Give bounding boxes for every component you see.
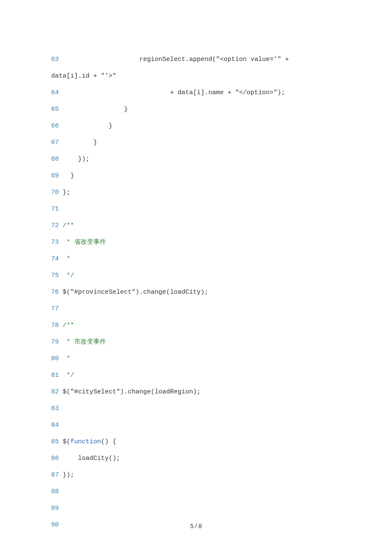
code-line: data[i].id + "'>" — [51, 68, 341, 84]
code-line: 66 } — [51, 118, 341, 134]
code-segment: function — [70, 438, 101, 445]
code-segment: * 市改变事件 — [63, 338, 106, 346]
code-line: 69 } — [51, 168, 341, 184]
code-line: 68 }); — [51, 151, 341, 168]
code-line: 72/** — [51, 217, 341, 234]
code-line: 74 * — [51, 251, 341, 267]
document-page: 63 regionSelect.append("<option value='"… — [0, 0, 392, 555]
code-segment: $("#provinceSelect").change(loadCity); — [63, 289, 208, 296]
code-segment: * — [63, 355, 74, 362]
code-line: 81 */ — [51, 367, 341, 384]
line-number: 80 — [51, 350, 59, 367]
line-number: 69 — [51, 168, 59, 184]
code-segment: () { — [101, 438, 116, 445]
code-segment: } — [63, 122, 112, 130]
code-line: 89 — [51, 500, 341, 517]
line-number: 87 — [51, 467, 59, 483]
code-segment: $( — [63, 438, 70, 445]
line-number: 75 — [51, 267, 59, 284]
code-segment: }; — [63, 189, 70, 196]
line-number: 88 — [51, 483, 59, 500]
line-number: 70 — [51, 184, 59, 201]
code-line: 76$("#provinceSelect").change(loadCity); — [51, 284, 341, 301]
code-segment: }); — [63, 471, 74, 479]
code-block: 63 regionSelect.append("<option value='"… — [51, 51, 341, 533]
code-line: 77 — [51, 301, 341, 317]
code-line: 71 — [51, 201, 341, 217]
code-segment: /** — [63, 322, 74, 329]
code-line: 86 loadCity(); — [51, 450, 341, 467]
line-number: 66 — [51, 118, 59, 134]
line-number: 79 — [51, 334, 59, 350]
line-number: 65 — [51, 101, 59, 118]
line-number: 78 — [51, 317, 59, 334]
code-line: 67 } — [51, 134, 341, 151]
code-line: 80 * — [51, 350, 341, 367]
code-segment: $("#citySelect").change(loadRegion); — [63, 388, 201, 396]
line-number: 63 — [51, 51, 59, 68]
line-number: 72 — [51, 217, 59, 234]
line-number: 73 — [51, 234, 59, 251]
code-line: 88 — [51, 483, 341, 500]
code-line: 64 + data[i].name + "</option>"); — [51, 84, 341, 101]
line-number: 82 — [51, 384, 59, 400]
code-segment: */ — [63, 272, 74, 279]
line-number: 64 — [51, 84, 59, 101]
code-segment: loadCity(); — [63, 455, 120, 462]
code-line: 82$("#citySelect").change(loadRegion); — [51, 384, 341, 400]
line-number: 84 — [51, 417, 59, 434]
line-number: 85 — [51, 434, 59, 450]
code-line: 73 * 省改变事件 — [51, 234, 341, 251]
code-segment: } — [63, 139, 97, 146]
code-line: 83 — [51, 400, 341, 417]
code-line: 70}; — [51, 184, 341, 201]
line-number: 81 — [51, 367, 59, 384]
code-line: 65 } — [51, 101, 341, 118]
code-segment: } — [63, 172, 74, 179]
code-line: 87}); — [51, 467, 341, 483]
code-line: 78/** — [51, 317, 341, 334]
code-segment: + data[i].name + "</option>"); — [63, 89, 285, 96]
code-segment: * — [63, 255, 74, 263]
line-number: 77 — [51, 301, 59, 317]
line-number: 89 — [51, 500, 59, 517]
code-segment: */ — [63, 372, 74, 379]
line-number: 71 — [51, 201, 59, 217]
code-segment: * 省改变事件 — [63, 239, 106, 246]
code-segment: data[i].id + "'>" — [51, 72, 116, 80]
code-segment: }); — [63, 156, 89, 163]
code-segment: regionSelect.append("<option value='" + — [63, 56, 293, 63]
line-number: 68 — [51, 151, 59, 168]
line-number: 86 — [51, 450, 59, 467]
line-number: 83 — [51, 400, 59, 417]
code-line: 84 — [51, 417, 341, 434]
code-line: 79 * 市改变事件 — [51, 334, 341, 350]
code-segment: /** — [63, 222, 74, 229]
code-line: 75 */ — [51, 267, 341, 284]
line-number: 67 — [51, 134, 59, 151]
code-line: 63 regionSelect.append("<option value='"… — [51, 51, 341, 68]
code-segment: } — [63, 106, 128, 113]
code-line: 85$(function() { — [51, 434, 341, 450]
line-number: 74 — [51, 251, 59, 267]
page-footer: 5 / 8 — [0, 523, 392, 529]
line-number: 76 — [51, 284, 59, 301]
